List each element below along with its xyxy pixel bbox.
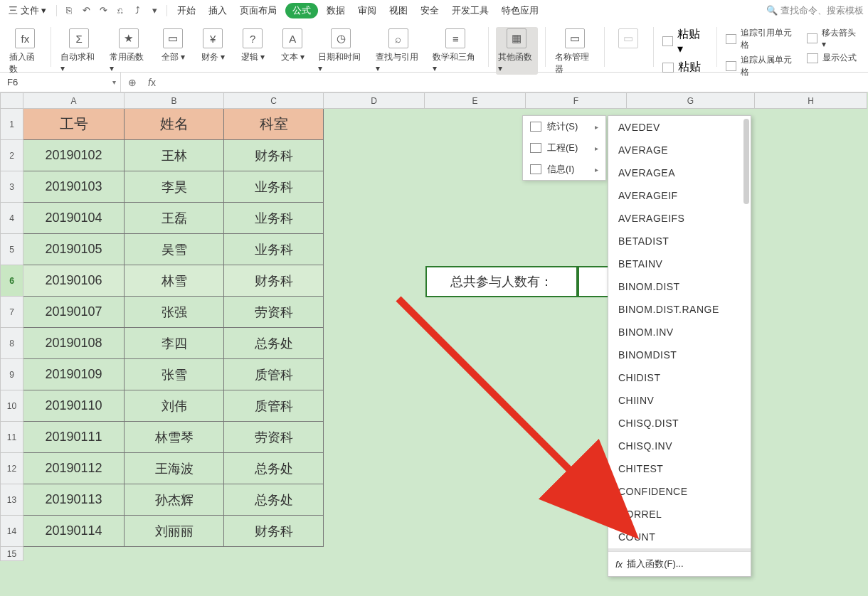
cell[interactable] <box>324 297 425 328</box>
cell[interactable]: 质管科 <box>224 359 324 390</box>
insert-function-footer[interactable]: fx 插入函数(F)... <box>608 551 751 576</box>
tab-data[interactable]: 数据 <box>322 3 349 18</box>
cell[interactable]: 总务处 <box>224 484 324 516</box>
cell[interactable]: 工号 <box>23 109 125 140</box>
cell[interactable] <box>755 453 867 484</box>
col-header[interactable]: B <box>125 93 224 109</box>
function-item[interactable]: CHITEST <box>608 457 751 480</box>
tab-formula[interactable]: 公式 <box>285 3 318 18</box>
cell[interactable]: 张雪 <box>125 359 224 390</box>
cell[interactable] <box>425 203 526 234</box>
ribbon-btn-3[interactable]: ▭全部 ▾ <box>157 27 189 65</box>
function-item[interactable]: CORREL <box>608 503 751 526</box>
function-item[interactable]: AVERAGEIFS <box>608 207 751 230</box>
cell[interactable] <box>425 547 526 561</box>
cell[interactable] <box>425 390 526 422</box>
cell[interactable] <box>23 547 125 561</box>
cell[interactable]: 姓名 <box>125 109 224 140</box>
cell[interactable]: 王林 <box>125 140 224 171</box>
cell[interactable]: 业务科 <box>224 203 324 234</box>
cell[interactable]: 20190114 <box>23 516 125 547</box>
ribbon-btn-11[interactable]: ▭名称管理器 <box>553 27 597 77</box>
function-item[interactable]: CONFIDENCE <box>608 480 751 503</box>
cell[interactable] <box>324 453 425 484</box>
ribbon-btn-2[interactable]: ★常用函数 ▾ <box>107 27 149 75</box>
row-header[interactable]: 8 <box>1 328 23 359</box>
function-item[interactable]: AVERAGEIF <box>608 184 751 207</box>
cell[interactable] <box>324 547 425 561</box>
cell[interactable] <box>425 453 526 484</box>
cell[interactable] <box>425 422 526 453</box>
cell[interactable]: 20190105 <box>23 234 125 265</box>
cell[interactable]: 20190109 <box>23 359 125 390</box>
cell[interactable]: 财务科 <box>224 516 324 547</box>
cell[interactable]: 林雪琴 <box>125 422 224 453</box>
submenu-item-info[interactable]: 信息(I)▸ <box>523 159 605 180</box>
function-item[interactable]: COUNTA <box>608 548 751 551</box>
col-header[interactable]: D <box>324 93 425 109</box>
col-header[interactable]: G <box>627 93 755 109</box>
col-header[interactable]: H <box>755 93 867 109</box>
row-header[interactable]: 15 <box>1 547 23 561</box>
row-header[interactable]: 10 <box>1 390 23 422</box>
function-item[interactable]: AVERAGE <box>608 139 751 161</box>
row-header[interactable]: 7 <box>1 297 23 328</box>
ribbon-btn-9[interactable]: ≡数学和三角 ▾ <box>430 27 480 75</box>
cell[interactable]: 林雪 <box>125 265 224 297</box>
name-box[interactable]: F6 ▾ <box>0 73 121 92</box>
cell[interactable] <box>425 297 526 328</box>
tab-dev[interactable]: 开发工具 <box>448 3 493 18</box>
cell[interactable]: 李昊 <box>125 171 224 203</box>
cell[interactable] <box>755 422 867 453</box>
cell[interactable]: 吴雪 <box>125 234 224 265</box>
row-header[interactable]: 2 <box>1 140 23 171</box>
cell[interactable]: 劳资科 <box>224 422 324 453</box>
col-header[interactable]: F <box>526 93 627 109</box>
cell[interactable]: 总务处 <box>224 328 324 359</box>
col-header[interactable]: A <box>23 93 125 109</box>
cell[interactable]: 20190112 <box>23 453 125 484</box>
cell[interactable] <box>755 109 867 140</box>
cell[interactable] <box>755 171 867 203</box>
qat-icon[interactable]: ▾ <box>148 4 161 17</box>
tab-review[interactable]: 审阅 <box>354 3 381 18</box>
cell[interactable]: 总务处 <box>224 453 324 484</box>
cell[interactable] <box>425 109 526 140</box>
ribbon-btn-0[interactable]: fx插入函数 <box>7 27 43 77</box>
ribbon-btn-6[interactable]: A文本 ▾ <box>276 27 309 65</box>
cell[interactable]: 20190108 <box>23 328 125 359</box>
qat-icon[interactable]: ↷ <box>97 4 110 17</box>
cell[interactable]: 20190111 <box>23 422 125 453</box>
row-header[interactable]: 11 <box>1 422 23 453</box>
cell[interactable] <box>755 234 867 265</box>
row-header[interactable]: 14 <box>1 516 23 547</box>
cell[interactable]: 财务科 <box>224 140 324 171</box>
tab-start[interactable]: 开始 <box>173 3 200 18</box>
cell[interactable]: 科室 <box>224 109 324 140</box>
function-item[interactable]: BINOM.DIST.RANGE <box>608 298 751 321</box>
cell[interactable]: 20190104 <box>23 203 125 234</box>
cell[interactable]: 张强 <box>125 297 224 328</box>
cell[interactable] <box>324 203 425 234</box>
cell[interactable] <box>425 171 526 203</box>
cell[interactable] <box>324 390 425 422</box>
cell[interactable] <box>755 203 867 234</box>
qat-icon[interactable]: ⎘ <box>63 4 75 17</box>
cell[interactable] <box>755 390 867 422</box>
zoom-icon[interactable]: ⊕ <box>128 77 137 88</box>
cell[interactable] <box>755 297 867 328</box>
cell[interactable]: 20190113 <box>23 484 125 516</box>
cell[interactable]: 劳资科 <box>224 297 324 328</box>
cell[interactable] <box>425 359 526 390</box>
cell[interactable]: 李四 <box>125 328 224 359</box>
function-item[interactable]: CHIDIST <box>608 366 751 389</box>
cell[interactable] <box>755 516 867 547</box>
cell[interactable] <box>324 516 425 547</box>
row-header[interactable]: 4 <box>1 203 23 234</box>
qat-icon[interactable]: ⎌ <box>114 4 127 17</box>
cell[interactable]: 孙杰辉 <box>125 484 224 516</box>
file-menu[interactable]: 三 文件 ▾ <box>4 3 51 18</box>
cell[interactable] <box>755 140 867 171</box>
function-item[interactable]: CHIINV <box>608 389 751 412</box>
cell[interactable]: 业务科 <box>224 171 324 203</box>
